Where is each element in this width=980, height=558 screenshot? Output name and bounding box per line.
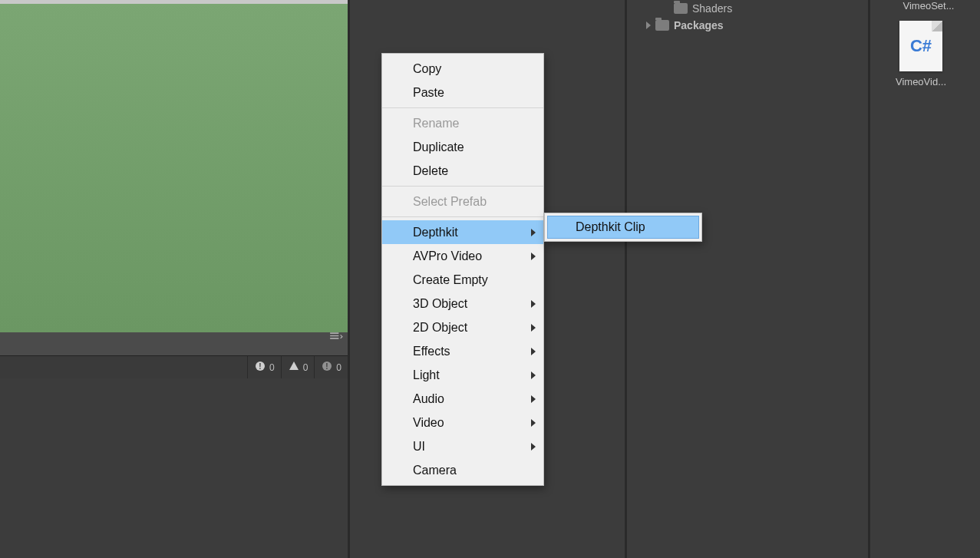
menu-item-duplicate[interactable]: Duplicate <box>382 135 543 159</box>
chevron-right-icon <box>531 348 536 355</box>
panel-divider[interactable] <box>348 0 350 558</box>
menu-item-label: 3D Object <box>413 297 467 311</box>
menu-item-audio[interactable]: Audio <box>382 387 543 411</box>
menu-item-video[interactable]: Video <box>382 411 543 434</box>
menu-item-rename: Rename <box>382 111 543 135</box>
menu-item-2d-object[interactable]: 2D Object <box>382 315 543 339</box>
menu-item-label: Audio <box>413 392 444 406</box>
folder-icon <box>655 20 669 31</box>
chevron-right-icon <box>531 443 536 451</box>
menu-item-paste[interactable]: Paste <box>382 81 543 104</box>
console-info-toggle[interactable]: ! 0 <box>247 356 281 378</box>
warning-icon <box>288 360 300 375</box>
console-warn-toggle[interactable]: 0 <box>281 356 315 378</box>
menu-separator <box>382 186 543 187</box>
csharp-glyph: C# <box>910 36 932 56</box>
menu-item-camera[interactable]: Camera <box>382 458 543 482</box>
scene-viewport[interactable] <box>0 0 348 332</box>
menu-item-label: Create Empty <box>413 273 488 287</box>
menu-item-create-empty[interactable]: Create Empty <box>382 268 543 292</box>
menu-item-label: AVPro Video <box>413 249 482 263</box>
folder-icon <box>674 3 688 14</box>
menu-item-label: Paste <box>413 86 444 100</box>
menu-separator <box>382 107 543 108</box>
panel-divider[interactable] <box>868 0 870 558</box>
menu-item-label: 2D Object <box>413 321 467 335</box>
menu-item-label: Delete <box>413 164 448 178</box>
console-info-count: 0 <box>269 362 275 373</box>
svg-text:!: ! <box>326 362 328 371</box>
menu-item-label: Select Prefab <box>413 195 487 209</box>
console-error-count: 0 <box>336 362 342 373</box>
menu-item-label: Light <box>413 368 440 382</box>
asset-label: VimeoVid... <box>896 76 946 87</box>
chevron-right-icon <box>531 253 536 260</box>
tree-item-label: Packages <box>674 19 724 31</box>
menu-item-delete[interactable]: Delete <box>382 159 543 183</box>
asset-item-script[interactable]: C# VimeoVid... <box>883 21 959 87</box>
context-menu: Copy Paste Rename Duplicate Delete Selec… <box>381 53 544 486</box>
console-warn-count: 0 <box>303 362 309 373</box>
menu-item-label: UI <box>413 440 425 454</box>
csharp-script-icon: C# <box>899 21 942 71</box>
info-icon: ! <box>254 360 266 375</box>
scene-tab-bar <box>0 0 348 4</box>
context-submenu-depthkit: Depthkit Clip <box>544 213 702 242</box>
tree-item-packages[interactable]: Packages <box>637 17 860 34</box>
console-status-bar: ! 0 0 ! 0 <box>0 355 348 378</box>
chevron-right-icon <box>531 395 536 403</box>
svg-text:!: ! <box>259 362 261 371</box>
chevron-right-icon <box>531 324 536 332</box>
menu-item-light[interactable]: Light <box>382 363 543 387</box>
panel-options-icon[interactable] <box>329 332 343 340</box>
chevron-right-icon <box>531 229 536 236</box>
menu-item-3d-object[interactable]: 3D Object <box>382 292 543 315</box>
menu-item-copy[interactable]: Copy <box>382 57 543 81</box>
menu-item-label: Duplicate <box>413 140 464 154</box>
menu-item-select-prefab: Select Prefab <box>382 190 543 213</box>
menu-item-effects[interactable]: Effects <box>382 339 543 363</box>
menu-item-ui[interactable]: UI <box>382 434 543 458</box>
chevron-right-icon <box>531 419 536 427</box>
tree-item-label: Shaders <box>692 2 732 15</box>
menu-item-depthkit-clip[interactable]: Depthkit Clip <box>547 216 699 239</box>
console-toolbar <box>0 332 348 357</box>
menu-separator <box>382 216 543 217</box>
menu-item-label: Rename <box>413 117 459 130</box>
menu-item-label: Effects <box>413 345 450 358</box>
menu-item-avpro-video[interactable]: AVPro Video <box>382 244 543 268</box>
chevron-right-icon <box>646 21 651 29</box>
menu-item-label: Video <box>413 416 444 430</box>
project-files-grid: VimeoSet... C# VimeoVid... <box>883 0 975 100</box>
panel-divider[interactable] <box>625 0 627 558</box>
asset-label[interactable]: VimeoSet... <box>893 0 965 12</box>
chevron-right-icon <box>531 371 536 379</box>
tree-item-shaders[interactable]: Shaders <box>637 0 860 17</box>
error-icon: ! <box>321 360 333 375</box>
menu-item-depthkit[interactable]: Depthkit <box>382 220 543 244</box>
menu-item-label: Copy <box>413 62 441 76</box>
console-error-toggle[interactable]: ! 0 <box>314 356 348 378</box>
chevron-right-icon <box>531 300 536 308</box>
menu-item-label: Camera <box>413 464 457 477</box>
project-tree: Shaders Packages <box>637 0 860 34</box>
menu-item-label: Depthkit <box>413 226 458 239</box>
menu-item-label: Depthkit Clip <box>576 220 645 234</box>
